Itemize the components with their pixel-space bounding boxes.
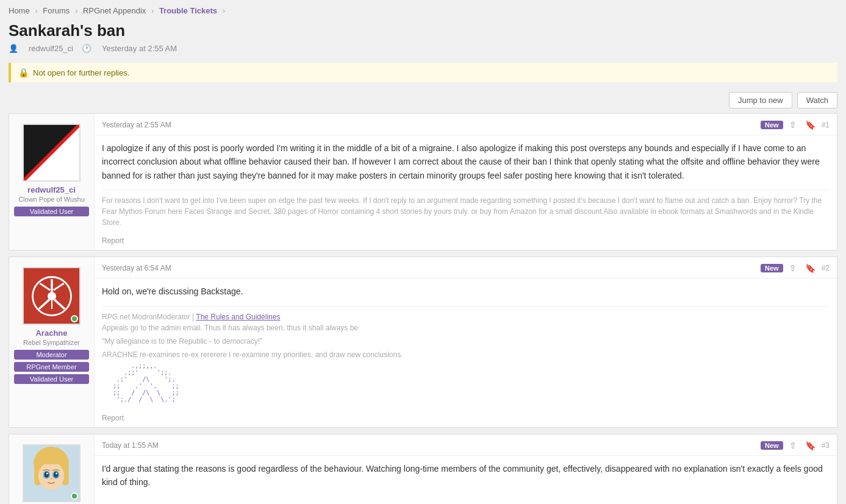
locked-notice: 🔒 Not open for further replies. [9,63,837,82]
post-2-avatar-wrapper [23,267,81,325]
post-3-timestamp: Today at 1:55 AM [102,441,159,450]
jump-to-new-button[interactable]: Jump to new [729,92,792,108]
post-1-body: I apologize if any of this post is poorl… [95,135,837,233]
breadcrumb: Home › Forums › RPGnet Appendix › Troubl… [0,0,846,19]
svg-line-5 [39,299,49,308]
post-1-sig: For reasons I don't want to get into I'v… [102,190,830,228]
post-2-badge-1: Moderator [14,350,89,360]
post-2-username[interactable]: Arachne [35,328,67,338]
post-2-badge-3: Validated User [14,374,89,384]
post-2-sidebar: Arachne Rebel Sympathizer Moderator RPGn… [9,257,95,427]
thread-controls: Jump to new Watch [0,88,846,113]
post-2-sig-line-1: RPG.net ModronModerator | The Rules and … [102,311,830,322]
post-1-bookmark-button[interactable]: 🔖 [803,119,818,131]
post-1-avatar [23,124,81,182]
breadcrumb-forums[interactable]: Forums [43,6,70,15]
post-1-report-link[interactable]: Report [102,236,124,245]
post-2-badge-2: RPGnet Member [14,362,89,372]
post-3-bookmark-button[interactable]: 🔖 [803,439,818,452]
post-2-sig-line-2: Appeals go to the admin email. Thus it h… [102,322,830,333]
post-2-sig-line-4: ARACHNE re-examines re-ex rererere I re-… [102,349,830,360]
post-2-sig-rpgnet: RPG.net ModronModerator | [102,313,196,321]
post-1-sidebar: redwulf25_ci Clown Pope of Wushu Validat… [9,114,95,250]
rebel-alliance-icon [30,275,73,318]
post-1-badge-1: Validated User [14,207,89,216]
breadcrumb-trouble-tickets: Trouble Tickets [159,6,217,15]
breadcrumb-appendix[interactable]: RPGnet Appendix [83,6,146,15]
post-2-ascii-art: .,;;,,. .;;' ';;. .;' /\ ';. ;; .' '. ;;… [102,363,830,403]
post-1-user-title: Clown Pope of Wushu [18,196,85,203]
page-meta: 👤 redwulf25_ci 🕐 Yesterday at 2:55 AM [0,43,846,59]
svg-point-19 [51,478,52,480]
thread-author: redwulf25_ci [29,44,73,53]
locked-text: Not open for further replies. [33,68,129,77]
svg-line-4 [53,283,63,290]
post-1-share-button[interactable]: ⇧ [787,119,799,131]
post-3-avatar-wrapper [23,444,81,502]
post-1-main: Yesterday at 2:55 AM #1 New ⇧ 🔖 #1 I apo… [95,114,837,250]
post-3-main: Today at 1:55 AM New ⇧ 🔖 #3 I'd argue th… [95,435,837,504]
post-3-share-button[interactable]: ⇧ [787,439,799,452]
post-1-username[interactable]: redwulf25_ci [27,185,76,194]
page-title: Sankarah's ban [0,19,846,43]
thread-clock-icon: 🕐 [82,44,91,53]
svg-point-12 [38,461,64,489]
post-2-body: Hold on, we're discussing Backstage. RPG… [95,279,837,410]
post-2-header: Yesterday at 6:54 AM New ⇧ 🔖 #2 [95,257,837,279]
post-3-online-indicator [71,492,78,500]
svg-line-3 [40,283,50,290]
svg-point-16 [54,472,59,478]
svg-point-18 [56,472,57,474]
post-1-header: Yesterday at 2:55 AM #1 New ⇧ 🔖 #1 [95,114,837,135]
posts-container: redwulf25_ci Clown Pope of Wushu Validat… [0,113,846,504]
svg-line-6 [54,299,65,308]
post-1-number: #1 [822,121,830,129]
post-1-sig-text: For reasons I don't want to get into I'v… [102,196,822,227]
post-1-timestamp: Yesterday at 2:55 AM [102,121,171,129]
post-3-header: Today at 1:55 AM New ⇧ 🔖 #3 [95,435,837,456]
post-2-text: Hold on, we're discussing Backstage. [102,285,830,298]
post-2-share-button[interactable]: ⇧ [787,262,799,274]
post-2: Arachne Rebel Sympathizer Moderator RPGn… [9,257,837,427]
svg-point-17 [46,472,48,474]
thread-author-icon: 👤 [9,44,18,53]
post-2-sig: RPG.net ModronModerator | The Rules and … [102,306,830,403]
post-3-header-right: New ⇧ 🔖 #3 [761,439,830,452]
post-1: redwulf25_ci Clown Pope of Wushu Validat… [9,113,837,250]
post-2-footer: Report [95,410,837,427]
post-2-number: #2 [822,264,830,272]
post-1-footer: Report [95,233,837,250]
thread-timestamp: Yesterday at 2:55 AM [102,44,177,53]
post-2-header-right: New ⇧ 🔖 #2 [761,262,830,274]
post-3-text: I'd argue that stating the reasons is go… [102,462,830,489]
post-2-sig-rules-link[interactable]: The Rules and Guidelines [196,313,280,321]
post-2-new-label: New [761,264,783,272]
post-2-report-link[interactable]: Report [102,414,124,422]
lock-icon: 🔒 [18,68,29,77]
post-3-number: #3 [822,441,830,450]
post-1-avatar-wrapper [23,124,81,182]
post-3-sidebar: Cannonball Happily confused~ Validated U… [9,435,95,504]
post-3-new-label: New [761,441,783,450]
svg-point-15 [45,472,49,478]
post-1-new-label: New [761,121,783,129]
post-1-text: I apologize if any of this post is poorl… [102,141,830,182]
post-1-header-right: #1 New ⇧ 🔖 #1 [761,119,830,131]
post-2-user-title: Rebel Sympathizer [23,339,80,346]
post-2-main: Yesterday at 6:54 AM New ⇧ 🔖 #2 Hold on,… [95,257,837,427]
post-2-timestamp: Yesterday at 6:54 AM [102,264,171,272]
breadcrumb-sep-1: › [35,6,37,15]
post-3: Cannonball Happily confused~ Validated U… [9,434,837,504]
breadcrumb-sep-4: › [223,6,225,15]
breadcrumb-home[interactable]: Home [9,6,30,15]
breadcrumb-sep-3: › [151,6,154,15]
post-2-sig-line-3: "My allegiance is to the Republic - to d… [102,336,830,347]
post-3-body: I'd argue that stating the reasons is go… [95,456,837,504]
breadcrumb-sep-2: › [75,6,77,15]
watch-button[interactable]: Watch [797,92,837,108]
post-2-bookmark-button[interactable]: 🔖 [803,262,818,274]
